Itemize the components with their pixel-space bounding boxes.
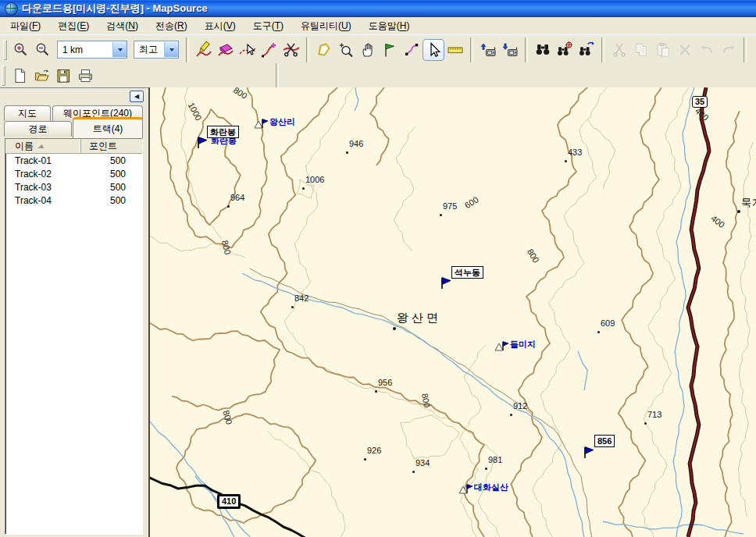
zoom-out-button[interactable]: [32, 39, 54, 61]
zoom-out-icon: [34, 41, 52, 59]
tab-tracks[interactable]: 트랙(4): [73, 117, 143, 138]
undo-arrow-icon: [698, 41, 715, 59]
column-header-points[interactable]: 포인트: [81, 139, 142, 153]
redo-button[interactable]: [718, 39, 740, 61]
copy-button[interactable]: [630, 39, 652, 61]
track-name: Track-02: [5, 169, 89, 180]
copy-icon: [633, 41, 650, 59]
toolbar-separator: [525, 37, 528, 62]
zoom-tool-button[interactable]: [335, 39, 357, 61]
table-row[interactable]: Track-04 500: [5, 194, 142, 207]
column-header-name[interactable]: 이름: [5, 139, 81, 153]
menu-item[interactable]: 파일(F): [2, 17, 49, 35]
save-file-button[interactable]: [52, 65, 74, 87]
toolbar-drag-handle[interactable]: [2, 66, 5, 86]
cut-button[interactable]: [608, 39, 630, 61]
menu-item[interactable]: 도움말(H): [360, 17, 419, 35]
find-next-button[interactable]: [576, 39, 597, 61]
map-select-tool-button[interactable]: [313, 39, 335, 61]
menu-item[interactable]: 검색(N): [98, 17, 147, 35]
print-button[interactable]: [74, 65, 96, 87]
upload-to-gps-icon: [479, 41, 497, 59]
download-from-gps-icon: [501, 41, 519, 59]
selection-tool-button[interactable]: [423, 39, 444, 61]
open-file-button[interactable]: [30, 65, 52, 87]
table-row[interactable]: Track-03 500: [5, 180, 142, 194]
file-toolbar: [0, 64, 756, 88]
map-scale-select[interactable]: 1 km: [57, 41, 127, 59]
undo-button[interactable]: [696, 39, 718, 61]
tab-maps[interactable]: 지도: [4, 105, 51, 121]
join-tracks-icon: [260, 41, 279, 59]
window-title: 다운로드용[미시령-진부령] - MapSource: [22, 2, 208, 16]
draw-track-pencil-icon: [194, 41, 213, 59]
track-name: Track-01: [5, 155, 89, 166]
menu-item[interactable]: 표시(V): [196, 17, 244, 35]
map-canvas[interactable]: 1000800600800400400800800800 946 1006 96…: [148, 87, 756, 537]
delete-button[interactable]: [674, 39, 696, 61]
zoom-in-icon: [12, 41, 30, 59]
map-detail-value: 최고: [134, 43, 164, 56]
track-points: 500: [89, 195, 142, 206]
title-bar[interactable]: 다운로드용[미시령-진부령] - MapSource: [0, 0, 756, 17]
selected-waypoint-label[interactable]: 석누동: [451, 266, 483, 279]
receive-from-device-button[interactable]: [499, 39, 521, 61]
join-tracks-button[interactable]: [259, 39, 280, 61]
paste-button[interactable]: [652, 39, 674, 61]
table-row[interactable]: Track-01 500: [5, 154, 142, 167]
panel-collapse-button[interactable]: ◀: [130, 91, 144, 102]
select-track-cursor-icon: [238, 41, 257, 59]
toolbar-separator: [276, 63, 279, 88]
printer-icon: [77, 67, 94, 84]
send-to-device-button[interactable]: [477, 39, 499, 61]
menu-item[interactable]: 전송(R): [147, 17, 196, 35]
track-points: 500: [89, 169, 142, 180]
track-points: 500: [89, 155, 142, 166]
collapse-arrow-icon: ◀: [134, 93, 139, 100]
tab-routes[interactable]: 경로: [4, 121, 72, 137]
chevron-down-icon[interactable]: [164, 42, 178, 57]
new-file-button[interactable]: [9, 65, 30, 87]
main-toolbar: 1 km 최고: [0, 35, 756, 64]
menu-item[interactable]: 도구(T): [244, 17, 292, 35]
find-nearest-button[interactable]: [554, 39, 576, 61]
binoculars-crosshair-icon: [555, 41, 574, 59]
paste-clipboard-icon: [654, 41, 672, 59]
zoom-in-button[interactable]: [10, 39, 32, 61]
track-name: Track-04: [5, 195, 89, 206]
toolbar-separator: [306, 37, 309, 62]
split-track-button[interactable]: [280, 39, 302, 61]
app-icon: [5, 2, 18, 16]
sidebar-panel: ◀ 지도 웨이포인트(240) 경로 트랙(4) 이름 포인트 Track-01…: [0, 87, 146, 537]
toolbar-drag-handle[interactable]: [3, 40, 7, 60]
split-track-scissors-icon: [282, 41, 301, 59]
toolbar-separator: [470, 37, 473, 62]
road-shield: 35: [692, 96, 708, 108]
menu-item[interactable]: 편집(E): [49, 17, 98, 35]
road-shield: 410: [217, 494, 241, 509]
track-list-header: 이름 포인트: [5, 139, 142, 154]
chevron-down-icon[interactable]: [112, 42, 127, 57]
track-name: Track-03: [5, 182, 89, 193]
selected-waypoint-label[interactable]: 856: [594, 435, 615, 447]
toolbar-separator: [744, 37, 747, 62]
save-floppy-icon: [55, 67, 72, 84]
draw-track-button[interactable]: [193, 39, 215, 61]
find-button[interactable]: [532, 39, 554, 61]
table-row[interactable]: Track-02 500: [5, 167, 142, 180]
map-detail-select[interactable]: 최고: [134, 41, 179, 59]
selected-waypoint-label[interactable]: 화란봉: [207, 126, 239, 138]
measure-tool-button[interactable]: [444, 39, 466, 61]
map-scale-value: 1 km: [58, 44, 112, 55]
route-tool-button[interactable]: [401, 39, 423, 61]
erase-track-button[interactable]: [215, 39, 237, 61]
waypoint-tool-button[interactable]: [379, 39, 401, 61]
delete-x-icon: [676, 41, 694, 59]
pan-tool-button[interactable]: [357, 39, 379, 61]
route-points-icon: [403, 41, 420, 59]
select-track-section-button[interactable]: [237, 39, 259, 61]
menu-item[interactable]: 유틸리티(U): [292, 17, 360, 35]
toolbar-separator: [601, 37, 604, 62]
toolbar-separator: [186, 37, 189, 62]
track-points: 500: [89, 182, 142, 193]
